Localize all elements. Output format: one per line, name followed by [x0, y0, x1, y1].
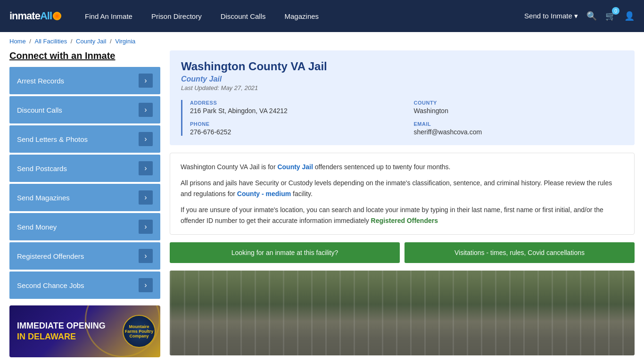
nav-prison-directory[interactable]: Prison Directory	[151, 12, 202, 20]
sidebar-label-discount-calls: Discount Calls	[17, 106, 62, 114]
description-p2: All prisons and jails have Security or C…	[181, 178, 624, 199]
breadcrumb-state[interactable]: Virginia	[115, 38, 135, 45]
logo-text: inmateAll	[9, 10, 52, 22]
description-area: Washington County VA Jail is for County …	[170, 153, 635, 235]
arrow-icon-4: ›	[139, 190, 153, 205]
breadcrumb-sep-2: /	[71, 38, 74, 45]
ad-line2: IN DELAWARE	[17, 331, 106, 342]
phone-block: PHONE 276-676-6252	[190, 121, 400, 136]
sidebar-item-arrest-records[interactable]: Arrest Records ›	[9, 67, 160, 94]
sidebar-label-second-chance-jobs: Second Chance Jobs	[17, 281, 84, 289]
ad-brand-name: Mountaire	[129, 324, 149, 329]
sidebar-label-registered-offenders: Registered Offenders	[17, 252, 84, 260]
cart-icon[interactable]: 🛒 0	[605, 11, 616, 21]
arrow-icon-7: ›	[139, 278, 153, 292]
sidebar-menu: Arrest Records › Discount Calls › Send L…	[9, 67, 160, 299]
description-p3: If you are unsure of your inmate's locat…	[181, 205, 624, 226]
county-value: Washington	[414, 107, 624, 115]
arrow-icon-2: ›	[139, 132, 153, 146]
main-content: Connect with an Inmate Arrest Records › …	[0, 50, 644, 362]
county-jail-link[interactable]: County Jail	[277, 163, 313, 171]
sidebar-item-send-magazines[interactable]: Send Magazines ›	[9, 184, 160, 211]
sidebar-item-second-chance-jobs[interactable]: Second Chance Jobs ›	[9, 272, 160, 299]
sidebar: Connect with an Inmate Arrest Records › …	[9, 50, 160, 357]
sidebar-title: Connect with an Inmate	[9, 50, 160, 61]
find-inmate-button[interactable]: Looking for an inmate at this facility?	[170, 242, 400, 263]
county-label: COUNTY	[414, 100, 624, 106]
sidebar-item-send-money[interactable]: Send Money ›	[9, 213, 160, 240]
breadcrumb-county-jail[interactable]: County Jail	[76, 38, 106, 45]
arrow-icon-1: ›	[139, 103, 153, 117]
visitation-button[interactable]: Visitations - times, rules, Covid cancel…	[405, 242, 635, 263]
arrow-icon-3: ›	[139, 161, 153, 175]
address-block: ADDRESS 216 Park St, Abingdon, VA 24212	[190, 100, 400, 115]
sidebar-item-send-letters[interactable]: Send Letters & Photos ›	[9, 125, 160, 153]
nav-find-inmate[interactable]: Find An Inmate	[85, 12, 132, 20]
cart-badge: 0	[612, 7, 619, 15]
logo-all: All	[40, 10, 52, 22]
facility-card: Washington County VA Jail County Jail La…	[170, 50, 635, 145]
breadcrumb-sep-3: /	[110, 38, 113, 45]
ad-banner[interactable]: IMMEDIATE OPENING IN DELAWARE Mountaire …	[9, 305, 160, 357]
sidebar-label-send-money: Send Money	[17, 223, 57, 231]
sidebar-label-send-magazines: Send Magazines	[17, 194, 70, 202]
description-p1: Washington County VA Jail is for County …	[181, 162, 624, 172]
registered-offenders-link[interactable]: Registered Offenders	[371, 217, 438, 224]
aerial-photo	[170, 271, 635, 355]
phone-label: PHONE	[190, 121, 400, 127]
facility-name: Washington County VA Jail	[181, 60, 623, 73]
aerial-overlay	[170, 271, 635, 355]
ad-brand-sub: Farms Poultry Company	[124, 329, 155, 338]
nav-magazines[interactable]: Magazines	[285, 12, 319, 20]
facility-image	[170, 271, 635, 355]
email-value: sheriff@washcova.com	[414, 128, 624, 136]
sidebar-item-registered-offenders[interactable]: Registered Offenders ›	[9, 242, 160, 270]
sidebar-item-discount-calls[interactable]: Discount Calls ›	[9, 96, 160, 123]
breadcrumb: Home / All Facilities / County Jail / Vi…	[0, 32, 644, 50]
logo[interactable]: inmateAll	[9, 10, 61, 22]
arrow-icon-6: ›	[139, 249, 153, 263]
county-block: COUNTY Washington	[414, 100, 624, 115]
address-label: ADDRESS	[190, 100, 400, 106]
ad-text: IMMEDIATE OPENING IN DELAWARE	[17, 321, 106, 343]
facility-updated: Last Updated: May 27, 2021	[181, 84, 623, 91]
arrow-icon-5: ›	[139, 220, 153, 234]
facility-info-grid: ADDRESS 216 Park St, Abingdon, VA 24212 …	[181, 100, 623, 136]
arrow-icon-0: ›	[139, 74, 153, 88]
sidebar-label-send-letters: Send Letters & Photos	[17, 135, 88, 143]
breadcrumb-home[interactable]: Home	[9, 38, 26, 45]
user-icon[interactable]: 👤	[624, 11, 635, 21]
email-block: EMAIL sheriff@washcova.com	[414, 121, 624, 136]
nav-discount-calls[interactable]: Discount Calls	[221, 12, 266, 20]
facility-type: County Jail	[181, 75, 623, 83]
breadcrumb-all-facilities[interactable]: All Facilities	[35, 38, 67, 45]
ad-logo: Mountaire Farms Poultry Company	[123, 315, 156, 348]
ad-line1: IMMEDIATE OPENING	[17, 321, 106, 331]
phone-value: 276-676-6252	[190, 128, 400, 136]
email-label: EMAIL	[414, 121, 624, 127]
address-value: 216 Park St, Abingdon, VA 24212	[190, 107, 400, 115]
sidebar-label-send-postcards: Send Postcards	[17, 165, 67, 173]
navbar: inmateAll Find An Inmate Prison Director…	[0, 0, 644, 32]
nav-links: Find An Inmate Prison Directory Discount…	[85, 12, 510, 20]
content-area: Washington County VA Jail County Jail La…	[170, 50, 635, 357]
ad-logo-circle: Mountaire Farms Poultry Company	[123, 315, 156, 348]
sidebar-item-send-postcards[interactable]: Send Postcards ›	[9, 155, 160, 182]
breadcrumb-sep-1: /	[29, 38, 33, 45]
logo-icon	[53, 12, 61, 20]
nav-right: Send to Inmate ▾ 🔍 🛒 0 👤	[524, 11, 635, 21]
county-medium-link[interactable]: County - medium	[237, 190, 291, 197]
action-buttons: Looking for an inmate at this facility? …	[170, 242, 635, 263]
send-to-inmate-button[interactable]: Send to Inmate ▾	[524, 12, 578, 20]
search-icon[interactable]: 🔍	[586, 11, 597, 21]
sidebar-label-arrest-records: Arrest Records	[17, 77, 64, 85]
